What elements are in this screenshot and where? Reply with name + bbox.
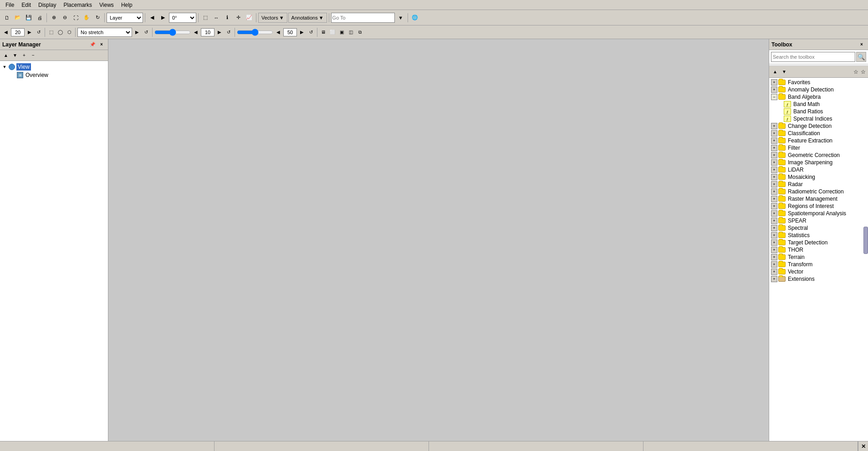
tb-sub-band-ratios[interactable]: ƒ Band Ratios [770, 108, 867, 115]
tb2-display-btn4[interactable]: ◫ [347, 28, 355, 36]
lm-up-btn[interactable]: ▲ [2, 51, 10, 60]
status-close-btn[interactable]: ✕ [858, 441, 868, 451]
tb-sub-spectral-indices[interactable]: ƒ Spectral Indices [770, 115, 867, 122]
new-btn[interactable]: 🗋 [2, 13, 12, 23]
lm-del-btn[interactable]: − [29, 51, 37, 60]
zoom-fit-btn[interactable]: ⛶ [71, 13, 81, 23]
expand-statistics-btn[interactable]: + [771, 232, 777, 238]
tb-item-vector[interactable]: + Vector [770, 268, 867, 275]
tree-item-view[interactable]: ▼ View [2, 63, 106, 71]
tb-item-band-algebra[interactable]: − Band Algebra [770, 93, 867, 101]
tb-item-lidar[interactable]: + LiDAR [770, 166, 867, 173]
tb2-value3[interactable] [283, 28, 297, 36]
tb-item-change-detection[interactable]: + Change Detection [770, 122, 867, 130]
expand-band-algebra-btn[interactable]: − [771, 94, 777, 100]
brightness-slider[interactable] [154, 29, 191, 35]
tb2-refresh3[interactable]: ↺ [307, 28, 315, 36]
toolbox-nav-up-btn[interactable]: ▲ [771, 68, 779, 76]
nav-fwd-btn[interactable]: ▶ [158, 13, 168, 23]
print-btn[interactable]: 🖨 [35, 13, 45, 23]
toolbox-search-go-btn[interactable]: 🔍 [856, 52, 866, 62]
tb-item-anomaly[interactable]: + Anomaly Detection [770, 86, 867, 93]
expand-extensions-btn[interactable]: + [771, 276, 777, 282]
pan-btn[interactable]: ✋ [82, 13, 92, 23]
stretch-apply-btn[interactable]: ▶ [133, 28, 141, 36]
tb-item-radiometric-correction[interactable]: + Radiometric Correction [770, 188, 867, 195]
tb-sub-band-math[interactable]: ƒ Band Math [770, 101, 867, 108]
menu-edit[interactable]: Edit [18, 1, 35, 9]
tb-item-extensions[interactable]: + Extensions [770, 275, 867, 283]
tb-item-image-sharpening[interactable]: + Image Sharpening [770, 159, 867, 166]
tb2-arrow-left2[interactable]: ◀ [192, 28, 200, 36]
tb-item-transform[interactable]: + Transform [770, 261, 867, 268]
select-btn[interactable]: ⬚ [200, 13, 210, 23]
tb2-value2[interactable] [201, 28, 214, 36]
expand-thor-btn[interactable]: + [771, 247, 777, 253]
tb2-arrow-right[interactable]: ▶ [26, 28, 34, 36]
info-btn[interactable]: ℹ [222, 13, 232, 23]
nav-back-btn[interactable]: ◀ [147, 13, 157, 23]
expand-geometric-correction-btn[interactable]: + [771, 152, 777, 158]
lm-new-btn[interactable]: + [20, 51, 28, 60]
tb-item-target-detection[interactable]: + Target Detection [770, 239, 867, 246]
menu-views[interactable]: Views [96, 1, 117, 9]
expand-raster-management-btn[interactable]: + [771, 196, 777, 202]
tree-item-overview[interactable]: ⊞ Overview [2, 71, 106, 79]
tb2-refresh[interactable]: ↺ [35, 28, 43, 36]
tb-item-thor[interactable]: + THOR [770, 246, 867, 253]
contrast-slider[interactable] [237, 29, 273, 35]
expand-terrain-btn[interactable]: + [771, 254, 777, 260]
tb-item-spectral[interactable]: + Spectral [770, 224, 867, 232]
rotate-btn[interactable]: ↻ [92, 13, 102, 23]
expand-feature-extraction-btn[interactable]: + [771, 137, 777, 144]
toolbox-search-input[interactable] [771, 52, 855, 62]
toolbox-close-btn[interactable]: × [858, 41, 866, 49]
layer-select[interactable]: Layer [107, 13, 143, 23]
tb2-arrow-right2[interactable]: ▶ [215, 28, 224, 36]
tb2-display-btn5[interactable]: ⧉ [356, 28, 364, 36]
tb-item-mosaicking[interactable]: + Mosaicking [770, 173, 867, 181]
canvas-area[interactable] [108, 39, 769, 441]
goto-input[interactable] [331, 13, 395, 23]
expand-image-sharpening-btn[interactable]: + [771, 159, 777, 166]
expand-spatiotemporal-btn[interactable]: + [771, 210, 777, 217]
expand-lidar-btn[interactable]: + [771, 167, 777, 173]
expand-regions-of-interest-btn[interactable]: + [771, 203, 777, 209]
menu-help[interactable]: Help [117, 1, 136, 9]
profile-btn[interactable]: 📈 [244, 13, 254, 23]
tb2-display-btn3[interactable]: ▣ [337, 28, 346, 36]
star-icon2[interactable]: ☆ [860, 69, 866, 75]
menu-file[interactable]: File [2, 1, 18, 9]
tb-item-raster-management[interactable]: + Raster Management [770, 195, 867, 203]
save-btn[interactable]: 💾 [24, 13, 34, 23]
tb2-sel-poly[interactable]: ⬡ [65, 28, 73, 36]
open-btn[interactable]: 📂 [13, 13, 23, 23]
tb2-arrow-left3[interactable]: ◀ [274, 28, 282, 36]
tb2-sel-rect[interactable]: ⬚ [47, 28, 55, 36]
zoom-out-btn[interactable]: ⊖ [60, 13, 70, 23]
menu-display[interactable]: Display [35, 1, 60, 9]
tb-item-classification[interactable]: + Classification [770, 130, 867, 137]
tb-item-spatiotemporal[interactable]: + Spatiotemporal Analysis [770, 210, 867, 217]
tb2-display-btn1[interactable]: 🖥 [319, 28, 327, 36]
zoom-in-btn[interactable]: ⊕ [49, 13, 59, 23]
tb2-arrow-left[interactable]: ◀ [2, 28, 10, 36]
star-icon1[interactable]: ☆ [853, 69, 859, 75]
tb-item-regions-of-interest[interactable]: + Regions of Interest [770, 203, 867, 210]
expand-spectral-btn[interactable]: + [771, 225, 777, 231]
tb2-refresh2[interactable]: ↺ [225, 28, 233, 36]
globe-btn[interactable]: 🌐 [410, 13, 420, 23]
rotation-select[interactable]: 0° [169, 13, 196, 23]
lm-down-btn[interactable]: ▼ [11, 51, 19, 60]
lm-pin-btn[interactable]: 📌 [88, 41, 97, 49]
expand-radar-btn[interactable]: + [771, 181, 777, 187]
expand-vector-btn[interactable]: + [771, 269, 777, 275]
tb-item-radar[interactable]: + Radar [770, 181, 867, 188]
measure-btn[interactable]: ↔ [211, 13, 221, 23]
expand-anomaly-btn[interactable]: + [771, 86, 777, 93]
tb2-sel-circle[interactable]: ◯ [56, 28, 64, 36]
toolbox-nav-down-btn[interactable]: ▼ [780, 68, 788, 76]
tb2-display-btn2[interactable]: ⬜ [328, 28, 337, 36]
vectors-btn[interactable]: Vectors ▼ [258, 13, 287, 23]
crosshair-btn[interactable]: ✛ [233, 13, 243, 23]
